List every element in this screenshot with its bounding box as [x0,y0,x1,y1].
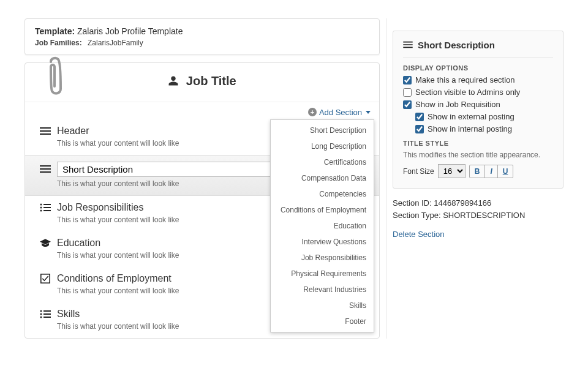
svg-point-3 [40,209,42,211]
dropdown-item[interactable]: Job Responsibilities [271,250,374,266]
section-type-value: SHORTDESCRIPTION [443,211,525,220]
show-external-checkbox[interactable] [415,113,424,121]
dropdown-item[interactable]: Skills [271,298,374,313]
title-style-heading: TITLE STYLE [403,140,553,147]
section-title: Skills [57,309,80,320]
graduation-cap-icon [40,239,51,247]
section-id-value: 1446879894166 [434,198,491,208]
lines-icon [403,40,413,50]
section-title: Conditions of Employment [57,273,172,284]
checkbox-icon [40,274,51,283]
dropdown-item[interactable]: Physical Requirements [271,266,374,282]
caret-down-icon [366,111,371,114]
section-meta: Section ID: 1446879894166 Section Type: … [393,197,564,221]
dropdown-item[interactable]: Conditions of Employment [271,202,374,218]
list-icon [40,310,51,318]
show-requisition-checkbox-row[interactable]: Show in Job Requisition [403,100,553,109]
section-title: Education [57,238,100,249]
required-checkbox[interactable] [403,76,412,84]
admins-only-checkbox-row[interactable]: Section visible to Admins only [403,88,553,97]
list-icon [40,203,51,212]
delete-section-link[interactable]: Delete Section [393,230,445,239]
dropdown-item[interactable]: Education [271,218,374,234]
job-families-value: ZalarisJobFamily [88,39,143,47]
page-title: Job Title [25,63,379,102]
person-icon [168,75,179,86]
svg-point-6 [40,313,42,315]
font-size-label: Font Size [403,167,434,176]
required-checkbox-row[interactable]: Make this a required section [403,75,553,84]
svg-point-2 [40,206,42,208]
dropdown-item[interactable]: Certifications [271,154,374,170]
show-internal-checkbox[interactable] [415,125,424,133]
section-title: Header [57,126,89,137]
svg-point-5 [40,310,42,312]
add-section-button[interactable]: + Add Section [308,108,371,117]
dropdown-item[interactable]: Compensation Data [271,170,374,186]
template-label: Template: [35,26,75,36]
dropdown-item[interactable]: Long Description [271,138,374,154]
font-size-select[interactable]: 16 [438,164,466,178]
add-section-dropdown: Short Description Long Description Certi… [270,119,374,332]
dropdown-item[interactable]: Short Description [271,122,374,138]
lines-icon [40,127,51,135]
panel-title: Short Description [418,40,495,50]
show-external-checkbox-row[interactable]: Show in external posting [415,112,553,121]
side-panel: Short Description DISPLAY OPTIONS Make t… [393,31,564,189]
underline-button[interactable]: U [497,165,513,178]
dropdown-item[interactable]: Interview Questions [271,234,374,250]
dropdown-item[interactable]: Competencies [271,186,374,202]
svg-point-7 [40,316,42,318]
lines-icon [40,165,51,173]
template-info-box: Template: Zalaris Job Profile Template J… [24,18,380,55]
paperclip-icon [42,56,69,103]
plus-circle-icon: + [308,108,317,116]
svg-point-1 [40,203,42,205]
show-internal-checkbox-row[interactable]: Show in internal posting [415,124,553,133]
svg-rect-4 [41,274,50,282]
display-options-heading: DISPLAY OPTIONS [403,64,553,72]
dropdown-item[interactable]: Footer [271,313,374,329]
editor-main: Job Title + Add Section Short Descriptio… [24,62,380,339]
italic-button[interactable]: I [484,165,497,178]
admins-only-checkbox[interactable] [403,88,412,97]
title-style-desc: This modifies the section title appearan… [403,151,553,159]
show-requisition-checkbox[interactable] [403,100,412,109]
bold-button[interactable]: B [470,165,485,178]
section-title: Job Responsibilities [57,202,143,213]
job-families-label: Job Families: [35,39,82,47]
template-value: Zalaris Job Profile Template [77,26,183,36]
dropdown-item[interactable]: Relevant Industries [271,282,374,298]
